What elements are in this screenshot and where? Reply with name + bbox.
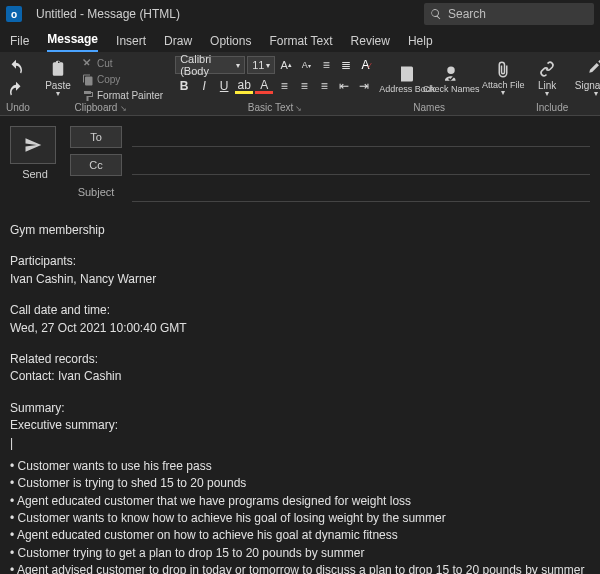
styles-button[interactable]: A⁄: [357, 56, 375, 74]
search-placeholder: Search: [448, 7, 486, 21]
compose-header: Send To Cc Subject: [0, 116, 600, 202]
copy-button[interactable]: Copy: [82, 72, 163, 87]
group-include-label: Include: [483, 102, 600, 115]
cut-button[interactable]: Cut: [82, 56, 163, 71]
tab-message[interactable]: Message: [47, 32, 98, 52]
ribbon: Undo Paste ▾ Cut Copy Format Painter Cli…: [0, 52, 600, 116]
numbering-button[interactable]: ≣: [337, 56, 355, 74]
participants-value: Ivan Cashin, Nancy Warner: [10, 271, 590, 288]
participants-header: Participants:: [10, 253, 590, 270]
tab-file[interactable]: File: [10, 34, 29, 52]
link-button[interactable]: Link▾: [527, 56, 567, 102]
cc-field[interactable]: [132, 155, 590, 175]
send-label: Send: [10, 168, 60, 180]
undo-button[interactable]: [7, 59, 25, 77]
to-button[interactable]: To: [70, 126, 122, 148]
tab-options[interactable]: Options: [210, 34, 251, 52]
font-name-select[interactable]: Calibri (Body ▾: [175, 56, 245, 74]
shrink-font-button[interactable]: A▾: [297, 56, 315, 74]
address-book-button[interactable]: Address Book: [387, 56, 427, 102]
group-undo-label: Undo: [6, 102, 26, 115]
list-item: Agent educated customer on how to achiev…: [10, 527, 590, 544]
window-title: Untitled - Message (HTML): [36, 7, 180, 21]
search-icon: [430, 8, 442, 20]
tab-insert[interactable]: Insert: [116, 34, 146, 52]
tab-help[interactable]: Help: [408, 34, 433, 52]
send-button[interactable]: [10, 126, 56, 164]
tab-review[interactable]: Review: [351, 34, 390, 52]
bullets-button[interactable]: ≡: [317, 56, 335, 74]
indent-increase-button[interactable]: ⇥: [355, 77, 373, 95]
group-clipboard-label: Clipboard: [38, 102, 163, 115]
title-bar: o Untitled - Message (HTML) Search: [0, 0, 600, 28]
list-item: Agent educated customer that we have pro…: [10, 493, 590, 510]
indent-decrease-button[interactable]: ⇤: [335, 77, 353, 95]
text-cursor: |: [10, 435, 590, 452]
align-center-button[interactable]: ≡: [295, 77, 313, 95]
related-records-header: Related records:: [10, 351, 590, 368]
call-datetime-header: Call date and time:: [10, 302, 590, 319]
related-records-value: Contact: Ivan Cashin: [10, 368, 590, 385]
underline-button[interactable]: U: [215, 77, 233, 95]
summary-bullets: Customer wants to use his free pass Cust…: [10, 458, 590, 574]
ribbon-tabs: File Message Insert Draw Options Format …: [0, 28, 600, 52]
font-size-select[interactable]: 11 ▾: [247, 56, 275, 74]
list-item: Customer wants to know how to achieve hi…: [10, 510, 590, 527]
signature-button[interactable]: Signature▾: [571, 56, 600, 102]
call-datetime-value: Wed, 27 Oct 2021 10:00:40 GMT: [10, 320, 590, 337]
message-body[interactable]: Gym membership Participants: Ivan Cashin…: [0, 208, 600, 574]
exec-summary-header: Executive summary:: [10, 417, 590, 434]
paste-button[interactable]: Paste ▾: [38, 56, 78, 102]
align-left-button[interactable]: ≡: [275, 77, 293, 95]
summary-header: Summary:: [10, 400, 590, 417]
to-field[interactable]: [132, 127, 590, 147]
list-item: Agent advised customer to drop in today …: [10, 562, 590, 574]
subject-field[interactable]: [132, 182, 590, 202]
group-basictext-label: Basic Text: [175, 102, 375, 115]
bold-button[interactable]: B: [175, 77, 193, 95]
cc-button[interactable]: Cc: [70, 154, 122, 176]
subject-label: Subject: [70, 186, 122, 198]
highlight-button[interactable]: ab: [235, 79, 253, 94]
align-right-button[interactable]: ≡: [315, 77, 333, 95]
font-color-button[interactable]: A: [255, 79, 273, 94]
body-title: Gym membership: [10, 222, 590, 239]
tab-format-text[interactable]: Format Text: [269, 34, 332, 52]
tab-draw[interactable]: Draw: [164, 34, 192, 52]
app-icon: o: [6, 6, 22, 22]
list-item: Customer is trying to shed 15 to 20 poun…: [10, 475, 590, 492]
italic-button[interactable]: I: [195, 77, 213, 95]
attach-file-button[interactable]: Attach File▾: [483, 56, 523, 102]
grow-font-button[interactable]: A▴: [277, 56, 295, 74]
format-painter-button[interactable]: Format Painter: [82, 88, 163, 103]
redo-button[interactable]: [7, 81, 25, 99]
group-names-label: Names: [387, 102, 471, 115]
list-item: Customer wants to use his free pass: [10, 458, 590, 475]
search-box[interactable]: Search: [424, 3, 594, 25]
list-item: Customer trying to get a plan to drop 15…: [10, 545, 590, 562]
check-names-button[interactable]: Check Names: [431, 56, 471, 102]
